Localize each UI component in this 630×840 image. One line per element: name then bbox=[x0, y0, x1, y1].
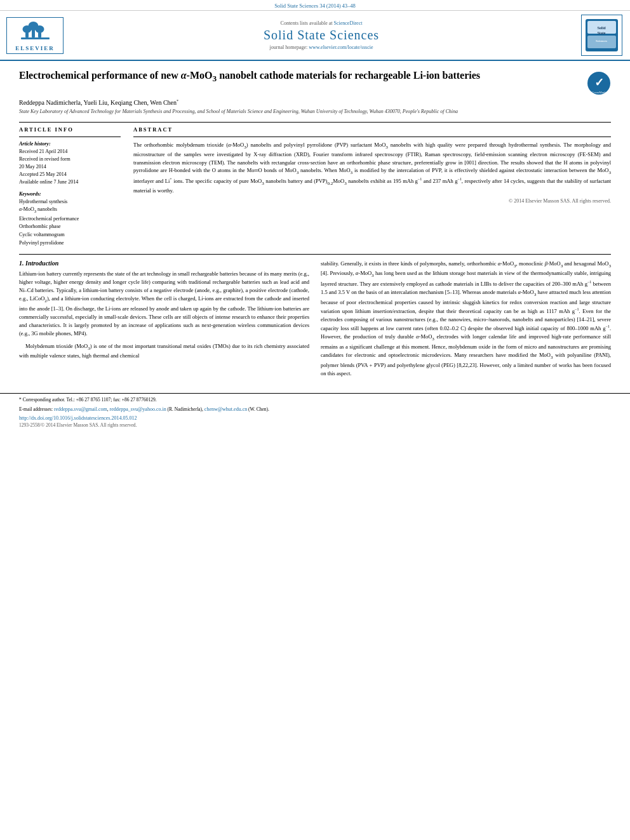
history-revised2: 20 May 2014 bbox=[19, 163, 121, 171]
abstract-text: The orthorhombic molybdenum trioxide (α-… bbox=[133, 141, 611, 195]
svg-rect-7 bbox=[32, 23, 35, 26]
divider-top bbox=[19, 122, 611, 123]
history-accepted: Accepted 25 May 2014 bbox=[19, 171, 121, 178]
footnote-corresponding: * Corresponding author. Tel.: +86 27 876… bbox=[19, 396, 611, 403]
keyword-6: Polyvinyl pyrrolidone bbox=[19, 239, 121, 248]
body-left-text: Lithium-ion battery currently represents… bbox=[19, 270, 309, 361]
svg-point-6 bbox=[35, 25, 44, 33]
keyword-3: Electrochemical performance bbox=[19, 215, 121, 223]
article-info-label: ARTICLE INFO bbox=[19, 126, 121, 133]
divider-info bbox=[19, 137, 121, 137]
svg-rect-0 bbox=[21, 37, 50, 39]
contents-available-line: Contents lists available at ScienceDirec… bbox=[281, 20, 363, 26]
svg-rect-1 bbox=[25, 32, 29, 37]
footnote-email: E-mail addresses: reddeppa.svu@gmail.com… bbox=[19, 406, 611, 413]
crossmark-logo[interactable]: ✓ CrossMark bbox=[587, 71, 611, 95]
keyword-2: α-MoO3 nanobelts bbox=[19, 206, 121, 215]
footer-area: * Corresponding author. Tel.: +86 27 876… bbox=[0, 393, 630, 428]
journal-issue-bar: Solid State Sciences 34 (2014) 43–48 bbox=[0, 0, 630, 11]
history-revised: Received in revised form bbox=[19, 156, 121, 163]
journal-cover-icon: Solid State Sciences bbox=[584, 18, 619, 53]
issn-copyright: 1293-2558/© 2014 Elsevier Masson SAS. Al… bbox=[19, 422, 611, 428]
abstract-col: ABSTRACT The orthorhombic molybdenum tri… bbox=[133, 126, 611, 248]
authors-line: Reddeppa Nadimicherla, Yueli Liu, Keqian… bbox=[19, 99, 611, 106]
page-wrapper: Solid State Sciences 34 (2014) 43–48 EL bbox=[0, 0, 630, 840]
keyword-1: Hydrothermal synthesis bbox=[19, 198, 121, 206]
svg-text:Solid: Solid bbox=[597, 26, 606, 30]
divider-abstract bbox=[133, 137, 611, 137]
journal-title-area: Contents lists available at ScienceDirec… bbox=[69, 15, 574, 56]
doi-link[interactable]: http://dx.doi.org/10.1016/j.solidstatesc… bbox=[19, 415, 611, 421]
email4-link[interactable]: chenw@whut.edu.cn bbox=[204, 406, 247, 412]
keyword-5: Cyclic voltammogram bbox=[19, 231, 121, 239]
journal-name: Solid State Sciences bbox=[264, 28, 379, 43]
crossmark-icon: ✓ CrossMark bbox=[587, 71, 611, 95]
journal-header: ELSEVIER Contents lists available at Sci… bbox=[0, 11, 630, 61]
svg-text:Sciences: Sciences bbox=[596, 39, 607, 43]
svg-text:State: State bbox=[597, 31, 605, 35]
body-col-right: stability. Generally, it exists in three… bbox=[321, 260, 611, 382]
article-main: Electrochemical performance of new α-MoO… bbox=[0, 61, 630, 388]
journal-homepage-link[interactable]: www.elsevier.com/locate/ssscie bbox=[309, 44, 373, 50]
article-info-abstract: ARTICLE INFO Article history: Received 2… bbox=[19, 126, 611, 248]
journal-logo-right: Solid State Sciences bbox=[579, 15, 624, 56]
article-title: Electrochemical performance of new α-MoO… bbox=[19, 69, 580, 84]
section1-title: 1. Introduction bbox=[19, 260, 309, 267]
elsevier-tree-icon bbox=[18, 20, 53, 44]
email1-link[interactable]: reddeppa.svu@gmail.com bbox=[54, 406, 107, 412]
body-right-text: stability. Generally, it exists in three… bbox=[321, 260, 611, 378]
abstract-label: ABSTRACT bbox=[133, 126, 611, 133]
copyright-line: © 2014 Elsevier Masson SAS. All rights r… bbox=[133, 198, 611, 204]
email5-text: (W. Chen). bbox=[248, 406, 269, 412]
history-received: Received 21 April 2014 bbox=[19, 148, 121, 156]
body-col-left: 1. Introduction Lithium-ion battery curr… bbox=[19, 260, 309, 382]
article-info-col: ARTICLE INFO Article history: Received 2… bbox=[19, 126, 121, 248]
svg-text:✓: ✓ bbox=[594, 76, 604, 89]
keyword-4: Orthorhombic phase bbox=[19, 223, 121, 231]
journal-homepage-line: journal homepage: www.elsevier.com/locat… bbox=[270, 44, 373, 50]
email2-link[interactable]: reddeppa_svu@yahoo.co.in bbox=[110, 406, 166, 412]
elsevier-logo-box: ELSEVIER bbox=[6, 17, 64, 54]
email3-text: (R. Nadimicherla), bbox=[168, 406, 203, 412]
svg-rect-3 bbox=[38, 32, 41, 37]
body-content: 1. Introduction Lithium-ion battery curr… bbox=[19, 260, 611, 382]
affiliation: State Key Laboratory of Advanced Technol… bbox=[19, 108, 611, 115]
corresponding-note: * Corresponding author. Tel.: +86 27 876… bbox=[19, 397, 157, 403]
keywords-label: Keywords: bbox=[19, 191, 121, 197]
history-label: Article history: bbox=[19, 141, 121, 147]
article-title-section: Electrochemical performance of new α-MoO… bbox=[19, 69, 611, 95]
divider-body bbox=[19, 254, 611, 255]
elsevier-logo-area: ELSEVIER bbox=[6, 15, 64, 56]
email-sep: , bbox=[107, 406, 109, 412]
history-online: Available online 7 June 2014 bbox=[19, 178, 121, 186]
journal-logo-box: Solid State Sciences bbox=[581, 15, 622, 56]
sciencedirect-link[interactable]: ScienceDirect bbox=[334, 20, 363, 26]
svg-text:CrossMark: CrossMark bbox=[592, 91, 607, 94]
journal-issue-text: Solid State Sciences 34 (2014) 43–48 bbox=[274, 3, 356, 9]
elsevier-wordmark: ELSEVIER bbox=[15, 45, 55, 51]
